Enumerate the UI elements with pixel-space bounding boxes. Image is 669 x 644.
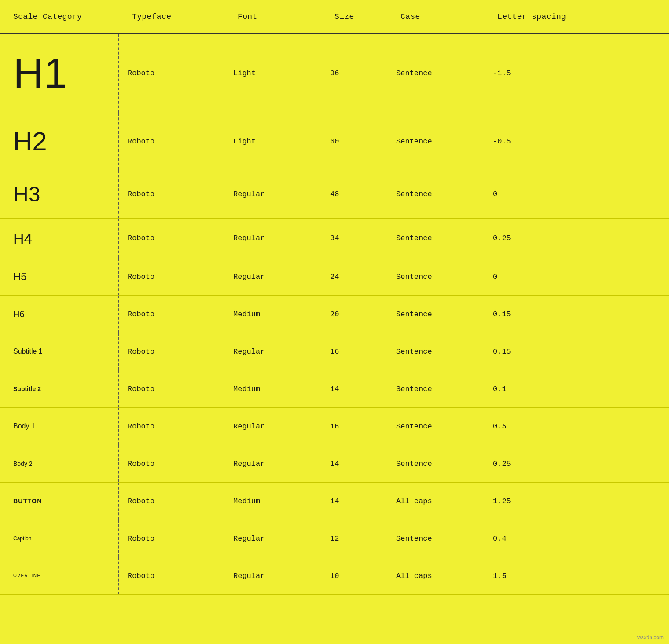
watermark: wsxdn.com (637, 634, 664, 640)
table-row-h2: H2RobotoLight60Sentence-0.5 (0, 113, 669, 170)
letter-spacing-h4: 0.25 (484, 219, 669, 258)
case-caption: Sentence (387, 520, 484, 557)
case-button: All caps (387, 483, 484, 520)
typeface-body1: Roboto (119, 408, 224, 445)
scale-text-overline: OVERLINE (13, 574, 41, 578)
scale-label-caption: Caption (0, 520, 119, 557)
letter-spacing-h6: 0.15 (484, 296, 669, 333)
scale-label-h6: H6 (0, 296, 119, 333)
header-typeface: Typeface (132, 12, 238, 21)
letter-spacing-h1: -1.5 (484, 34, 669, 113)
scale-label-h2: H2 (0, 113, 119, 170)
case-h5: Sentence (387, 258, 484, 295)
typeface-h3: Roboto (119, 170, 224, 218)
scale-text-button: BUTTON (13, 498, 42, 504)
letter-spacing-h2: -0.5 (484, 113, 669, 170)
table-row-overline: OVERLINERobotoRegular10All caps1.5 (0, 557, 669, 595)
size-caption: 12 (321, 520, 387, 557)
scale-label-button: BUTTON (0, 483, 119, 520)
scale-label-h5: H5 (0, 258, 119, 295)
typeface-h1: Roboto (119, 34, 224, 113)
typeface-overline: Roboto (119, 557, 224, 594)
font-h1: Light (224, 34, 321, 113)
scale-label-body1: Body 1 (0, 408, 119, 445)
scale-label-subtitle1: Subtitle 1 (0, 333, 119, 370)
typeface-subtitle2: Roboto (119, 370, 224, 407)
letter-spacing-h5: 0 (484, 258, 669, 295)
scale-text-body1: Body 1 (13, 423, 35, 430)
case-body1: Sentence (387, 408, 484, 445)
letter-spacing-h3: 0 (484, 170, 669, 218)
letter-spacing-caption: 0.4 (484, 520, 669, 557)
typeface-caption: Roboto (119, 520, 224, 557)
font-h6: Medium (224, 296, 321, 333)
case-overline: All caps (387, 557, 484, 594)
font-body2: Regular (224, 445, 321, 482)
scale-text-subtitle1: Subtitle 1 (13, 348, 43, 355)
scale-label-subtitle2: Subtitle 2 (0, 370, 119, 407)
size-h4: 34 (321, 219, 387, 258)
size-h6: 20 (321, 296, 387, 333)
scale-label-body2: Body 2 (0, 445, 119, 482)
case-h3: Sentence (387, 170, 484, 218)
case-h2: Sentence (387, 113, 484, 170)
table-row-h5: H5RobotoRegular24Sentence0 (0, 258, 669, 296)
case-subtitle1: Sentence (387, 333, 484, 370)
scale-text-caption: Caption (13, 536, 31, 541)
header-scale-category: Scale Category (13, 12, 132, 21)
typeface-h6: Roboto (119, 296, 224, 333)
font-caption: Regular (224, 520, 321, 557)
scale-text-subtitle2: Subtitle 2 (13, 386, 41, 392)
size-subtitle2: 14 (321, 370, 387, 407)
font-overline: Regular (224, 557, 321, 594)
size-body2: 14 (321, 445, 387, 482)
table-row-h4: H4RobotoRegular34Sentence0.25 (0, 219, 669, 258)
scale-label-h1: H1 (0, 34, 119, 113)
font-button: Medium (224, 483, 321, 520)
font-h4: Regular (224, 219, 321, 258)
scale-text-h2: H2 (13, 128, 47, 155)
typeface-h2: Roboto (119, 113, 224, 170)
size-h5: 24 (321, 258, 387, 295)
scale-text-h6: H6 (13, 310, 25, 318)
table-row-caption: CaptionRobotoRegular12Sentence0.4 (0, 520, 669, 557)
letter-spacing-button: 1.25 (484, 483, 669, 520)
case-h4: Sentence (387, 219, 484, 258)
scale-text-body2: Body 2 (13, 461, 33, 467)
size-subtitle1: 16 (321, 333, 387, 370)
size-h1: 96 (321, 34, 387, 113)
font-h5: Regular (224, 258, 321, 295)
size-overline: 10 (321, 557, 387, 594)
table-row-body1: Body 1RobotoRegular16Sentence0.5 (0, 408, 669, 445)
typeface-button: Roboto (119, 483, 224, 520)
table-row-subtitle1: Subtitle 1RobotoRegular16Sentence0.15 (0, 333, 669, 370)
font-subtitle2: Medium (224, 370, 321, 407)
font-subtitle1: Regular (224, 333, 321, 370)
scale-label-h3: H3 (0, 170, 119, 218)
table-row-button: BUTTONRobotoMedium14All caps1.25 (0, 483, 669, 520)
case-h1: Sentence (387, 34, 484, 113)
table-row-h1: H1RobotoLight96Sentence-1.5 (0, 34, 669, 113)
table-body: H1RobotoLight96Sentence-1.5H2RobotoLight… (0, 34, 669, 595)
typeface-h4: Roboto (119, 219, 224, 258)
header-letter-spacing: Letter spacing (497, 12, 656, 21)
letter-spacing-subtitle1: 0.15 (484, 333, 669, 370)
table-row-h6: H6RobotoMedium20Sentence0.15 (0, 296, 669, 333)
size-h2: 60 (321, 113, 387, 170)
letter-spacing-subtitle2: 0.1 (484, 370, 669, 407)
scale-label-h4: H4 (0, 219, 119, 258)
case-body2: Sentence (387, 445, 484, 482)
typeface-h5: Roboto (119, 258, 224, 295)
letter-spacing-body1: 0.5 (484, 408, 669, 445)
header-font: Font (238, 12, 334, 21)
case-subtitle2: Sentence (387, 370, 484, 407)
table-row-h3: H3RobotoRegular48Sentence0 (0, 170, 669, 219)
table-row-body2: Body 2RobotoRegular14Sentence0.25 (0, 445, 669, 483)
header-size: Size (334, 12, 401, 21)
font-h2: Light (224, 113, 321, 170)
letter-spacing-overline: 1.5 (484, 557, 669, 594)
font-body1: Regular (224, 408, 321, 445)
table-row-subtitle2: Subtitle 2RobotoMedium14Sentence0.1 (0, 370, 669, 408)
typeface-body2: Roboto (119, 445, 224, 482)
typeface-subtitle1: Roboto (119, 333, 224, 370)
